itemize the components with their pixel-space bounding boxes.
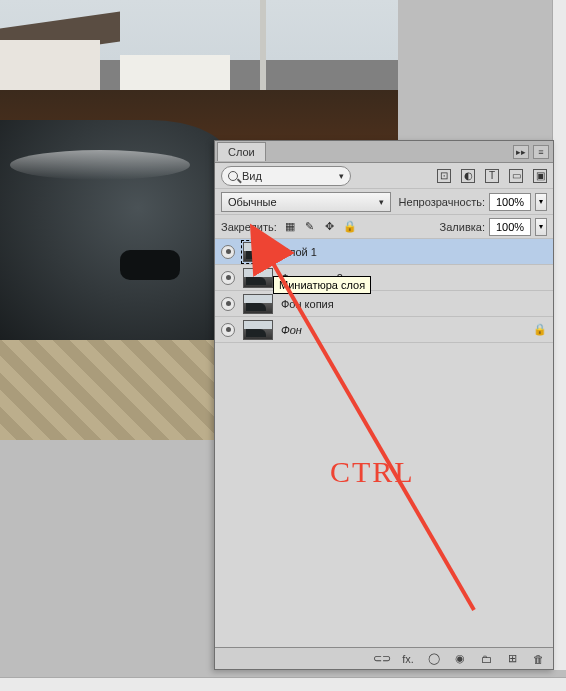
panel-footer: ⊂⊃ fx. ◯ ◉ 🗀 ⊞ 🗑: [215, 647, 553, 669]
panel-menu-icon[interactable]: ≡: [533, 145, 549, 159]
filter-type-icon[interactable]: T: [485, 169, 499, 183]
filter-row: Вид ▾ ⊡ ◐ T ▭ ▣: [215, 163, 553, 189]
lock-pixels-icon[interactable]: ✎: [303, 220, 317, 234]
lock-label: Закрепить:: [221, 221, 277, 233]
layer-name-label[interactable]: Фон: [281, 324, 302, 336]
fill-label: Заливка:: [440, 221, 485, 233]
blend-mode-value: Обычные: [228, 196, 277, 208]
layers-tab[interactable]: Слои: [217, 142, 266, 161]
search-icon: [228, 171, 238, 181]
tooltip: Миниатюра слоя: [273, 276, 371, 294]
horizontal-scrollbar[interactable]: [0, 677, 566, 691]
layers-panel: Слои ▸▸ ≡ Вид ▾ ⊡ ◐ T ▭ ▣ Обычные ▾ Непр…: [214, 140, 554, 670]
visibility-eye-icon[interactable]: [221, 271, 235, 285]
layer-row[interactable]: Фон копия: [215, 291, 553, 317]
chevron-updown-icon: ▾: [379, 197, 384, 207]
filter-adjustment-icon[interactable]: ◐: [461, 169, 475, 183]
chevron-down-icon: ▾: [339, 171, 344, 181]
fill-stepper[interactable]: ▾: [535, 218, 547, 236]
opacity-input[interactable]: 100%: [489, 193, 531, 211]
filter-smart-icon[interactable]: ▣: [533, 169, 547, 183]
vertical-scrollbar[interactable]: [552, 0, 566, 670]
visibility-eye-icon[interactable]: [221, 297, 235, 311]
layer-row[interactable]: Фон копия 2: [215, 265, 553, 291]
lock-row: Закрепить: ▦ ✎ ✥ 🔒 Заливка: 100% ▾: [215, 215, 553, 239]
blend-mode-select[interactable]: Обычные ▾: [221, 192, 391, 212]
layer-name-label[interactable]: Фон копия: [281, 298, 334, 310]
layer-thumbnail[interactable]: [243, 242, 273, 262]
opacity-stepper[interactable]: ▾: [535, 193, 547, 211]
filter-kind-label: Вид: [242, 170, 262, 182]
visibility-eye-icon[interactable]: [221, 323, 235, 337]
layer-thumbnail[interactable]: [243, 294, 273, 314]
new-group-icon[interactable]: 🗀: [479, 652, 493, 666]
layer-row[interactable]: Слой 1: [215, 239, 553, 265]
lock-icon: 🔒: [533, 323, 547, 336]
fx-icon[interactable]: fx.: [401, 652, 415, 666]
collapse-icon[interactable]: ▸▸: [513, 145, 529, 159]
visibility-eye-icon[interactable]: [221, 245, 235, 259]
lock-all-icon[interactable]: 🔒: [343, 220, 357, 234]
filter-shape-icon[interactable]: ▭: [509, 169, 523, 183]
layer-thumbnail[interactable]: [243, 268, 273, 288]
layer-row[interactable]: Фон 🔒: [215, 317, 553, 343]
mask-icon[interactable]: ◯: [427, 652, 441, 666]
layer-kind-filter[interactable]: Вид ▾: [221, 166, 351, 186]
adjustment-layer-icon[interactable]: ◉: [453, 652, 467, 666]
blend-row: Обычные ▾ Непрозрачность: 100% ▾: [215, 189, 553, 215]
lock-transparency-icon[interactable]: ▦: [283, 220, 297, 234]
link-layers-icon[interactable]: ⊂⊃: [375, 652, 389, 666]
new-layer-icon[interactable]: ⊞: [505, 652, 519, 666]
layers-list: Слой 1 Фон копия 2 Фон копия Фон 🔒: [215, 239, 553, 343]
delete-layer-icon[interactable]: 🗑: [531, 652, 545, 666]
filter-pixel-icon[interactable]: ⊡: [437, 169, 451, 183]
lock-position-icon[interactable]: ✥: [323, 220, 337, 234]
layer-thumbnail[interactable]: [243, 320, 273, 340]
panel-tabbar: Слои ▸▸ ≡: [215, 141, 553, 163]
layer-name-label[interactable]: Слой 1: [281, 246, 317, 258]
fill-input[interactable]: 100%: [489, 218, 531, 236]
opacity-label: Непрозрачность:: [399, 196, 485, 208]
